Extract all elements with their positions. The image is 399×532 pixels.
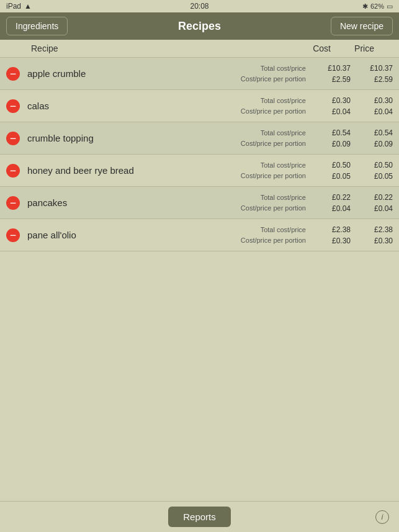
nav-bar: Ingredients Recipes New recipe [0,12,399,40]
recipe-name-col: honey and beer rye bread [27,165,224,176]
recipe-name: calas [27,101,49,111]
cost-per-portion: £0.09 [311,138,351,150]
row-right: Total cost/price Cost/price per portion … [224,127,393,150]
table-header: Recipe Cost Price [0,40,399,57]
status-bar: iPad ▲ 20:08 ✱ 62% ▭ [0,0,399,12]
price-total: £0.30 [356,95,393,106]
table-row: pancakes Total cost/price Cost/price per… [0,187,399,219]
cost-total: £0.22 [311,192,351,203]
cost-total: £0.30 [311,95,351,106]
price-per-portion: £0.30 [356,235,393,246]
cost-col: £0.50 £0.05 [311,160,356,182]
info-icon[interactable]: i [375,510,389,524]
cost-per-portion: £0.04 [311,203,351,214]
cost-total: £0.50 [311,160,351,171]
price-per-portion: £0.05 [356,171,393,182]
price-per-portion: £0.04 [356,203,393,214]
status-bar-right: ✱ 62% ▭ [362,2,393,11]
header-recipe: Recipe [31,43,281,53]
header-price: Price [331,43,374,53]
label-per-portion: Cost/price per portion [224,74,306,84]
cost-per-portion: £0.05 [311,171,351,182]
label-per-portion: Cost/price per portion [224,235,306,246]
cost-col: £0.22 £0.04 [311,192,356,214]
cost-total: £2.38 [311,224,351,235]
delete-button-3[interactable] [6,164,20,178]
label-per-portion: Cost/price per portion [224,171,306,181]
recipe-name-col: pancakes [27,197,224,208]
row-right: Total cost/price Cost/price per portion … [224,224,393,246]
label-col: Total cost/price Cost/price per portion [224,63,311,84]
status-bar-left: iPad ▲ [6,2,32,11]
table-row: calas Total cost/price Cost/price per po… [0,90,399,122]
label-total: Total cost/price [224,160,306,171]
device-label: iPad [6,2,21,11]
recipe-name: pancakes [27,197,67,208]
price-per-portion: £0.09 [356,138,393,150]
table-row: honey and beer rye bread Total cost/pric… [0,155,399,187]
cost-col: £0.30 £0.04 [311,95,356,117]
table-row: pane all'olio Total cost/price Cost/pric… [0,219,399,251]
cost-per-portion: £2.59 [311,74,351,85]
battery-icon: ▭ [387,2,393,11]
price-total: £0.50 [356,160,393,171]
new-recipe-button[interactable]: New recipe [331,17,393,35]
price-col: £0.30 £0.04 [356,95,393,117]
wifi-icon: ▲ [24,2,32,11]
delete-button-2[interactable] [6,132,20,145]
bluetooth-icon: ✱ [362,2,368,11]
recipe-name: honey and beer rye bread [27,165,134,176]
price-total: £2.38 [356,224,393,235]
recipe-name-col: calas [27,101,224,111]
cost-per-portion: £0.04 [311,106,351,117]
delete-button-4[interactable] [6,196,20,210]
recipe-list: apple crumble Total cost/price Cost/pric… [0,58,399,251]
recipe-name-col: pane all'olio [27,230,224,240]
label-col: Total cost/price Cost/price per portion [224,128,311,148]
price-per-portion: £2.59 [356,74,393,85]
price-col: £0.50 £0.05 [356,160,393,182]
label-per-portion: Cost/price per portion [224,106,306,117]
recipe-name: crumble topping [27,133,94,143]
row-right: Total cost/price Cost/price per portion … [224,95,393,117]
header-cost: Cost [281,43,331,53]
price-col: £0.54 £0.09 [356,127,393,150]
battery-label: 62% [370,2,384,10]
label-per-portion: Cost/price per portion [224,203,306,214]
cost-col: £2.38 £0.30 [311,224,356,246]
recipe-name: apple crumble [27,68,86,79]
status-time: 20:08 [190,2,208,11]
delete-button-5[interactable] [6,228,20,242]
label-total: Total cost/price [224,63,306,74]
page-title: Recipes [178,20,221,33]
reports-button[interactable]: Reports [168,507,231,527]
label-col: Total cost/price Cost/price per portion [224,160,311,181]
row-right: Total cost/price Cost/price per portion … [224,160,393,182]
recipe-name: pane all'olio [27,230,76,240]
table-row: crumble topping Total cost/price Cost/pr… [0,122,399,155]
label-per-portion: Cost/price per portion [224,138,306,149]
price-total: £10.37 [356,63,393,74]
recipe-name-col: apple crumble [27,68,224,79]
price-total: £0.54 [356,127,393,138]
label-col: Total cost/price Cost/price per portion [224,192,311,213]
cost-per-portion: £0.30 [311,235,351,246]
cost-col: £0.54 £0.09 [311,127,356,150]
recipe-name-col: crumble topping [27,133,224,143]
bottom-bar: Reports i [0,501,399,532]
label-total: Total cost/price [224,128,306,138]
table-row: apple crumble Total cost/price Cost/pric… [0,58,399,90]
delete-button-0[interactable] [6,67,20,81]
price-per-portion: £0.04 [356,106,393,117]
label-col: Total cost/price Cost/price per portion [224,225,311,245]
cost-total: £10.37 [311,63,351,74]
label-total: Total cost/price [224,192,306,203]
delete-button-1[interactable] [6,99,20,113]
price-total: £0.22 [356,192,393,203]
row-right: Total cost/price Cost/price per portion … [224,192,393,214]
label-total: Total cost/price [224,225,306,235]
ingredients-button[interactable]: Ingredients [6,17,68,35]
cost-total: £0.54 [311,127,351,138]
price-col: £10.37 £2.59 [356,63,393,85]
price-col: £0.22 £0.04 [356,192,393,214]
